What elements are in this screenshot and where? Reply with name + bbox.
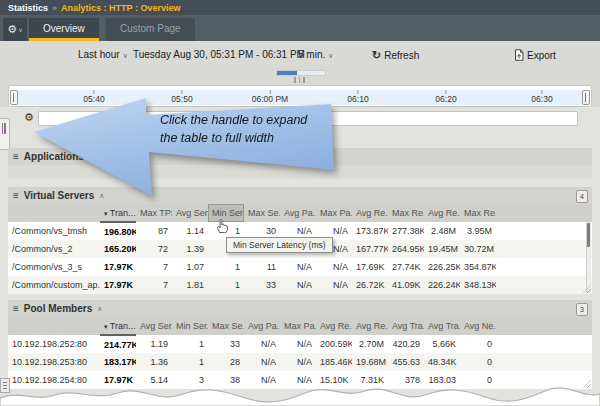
column-header[interactable]: Avg Ser... (136, 317, 172, 335)
tick-label: 06:10 (347, 94, 368, 104)
breadcrumb-path[interactable]: Analytics : HTTP : Overview (61, 3, 180, 13)
section-header-virtual-servers[interactable]: ≡ Virtual Servers ∧ 4 (8, 187, 592, 204)
cell: N/A (244, 353, 280, 371)
cell: N/A (316, 258, 352, 276)
column-header[interactable]: Avg Re... (316, 317, 352, 335)
cell: 167.77K (352, 240, 388, 258)
tick-label: 05:50 (171, 94, 192, 104)
pool-members-table-wrap: ▾ Tran...Avg Ser...Min Ser...Max Se...Av… (8, 317, 592, 389)
column-header[interactable]: Avg Tra... (424, 317, 460, 335)
table-row[interactable]: 10.192.198.253:80183.17K1.36128N/AN/A185… (8, 353, 592, 371)
time-range-dropdown[interactable]: Last hour∨ (78, 49, 128, 60)
section-menu-icon[interactable]: ≡ (13, 303, 19, 314)
zoom-range-bar[interactable] (276, 70, 326, 76)
cell: N/A (280, 258, 316, 276)
column-header[interactable]: Avg Re... (352, 317, 388, 335)
column-header[interactable]: Max Re... (388, 204, 424, 222)
section-menu-icon[interactable]: ≡ (13, 190, 19, 201)
column-header[interactable]: Avg Re... (424, 204, 460, 222)
tick-label: 06:00 PM (252, 94, 288, 104)
section-header-applications[interactable]: ≡ Applications (8, 148, 592, 165)
column-header[interactable]: ▾ Tran... (100, 204, 136, 222)
cell: 7 (136, 258, 172, 276)
tab-custom-page[interactable]: Custom Page (106, 18, 195, 41)
row-name[interactable]: 10.192.198.253:80 (8, 353, 100, 371)
interval-dropdown[interactable]: 5 min.∨ (298, 49, 333, 60)
slider-grip-handle[interactable] (294, 77, 306, 83)
column-header[interactable]: Max Re... (460, 204, 496, 222)
row-count-badge: 3 (576, 303, 588, 316)
column-header[interactable]: ▾ Tran... (100, 317, 136, 335)
collapse-caret-icon: ∧ (99, 192, 104, 200)
row-name[interactable]: 10.192.198.254:80 (8, 371, 100, 389)
table-row[interactable]: 10.192.198.252:80214.77K1.19133N/AN/A200… (8, 335, 592, 353)
refresh-button[interactable]: ↻Refresh (372, 49, 419, 62)
sort-desc-icon: ▾ (104, 323, 108, 330)
cell: N/A (280, 353, 316, 371)
time-slider[interactable]: 05:4005:5006:00 PM06:1006:2006:30 (8, 85, 592, 107)
cell-filler (496, 335, 592, 353)
column-header[interactable]: Avg Pa... (244, 317, 280, 335)
cell: 226.25K (424, 258, 460, 276)
cell: 1 (172, 335, 208, 353)
tab-overview[interactable]: Overview (29, 18, 99, 41)
cell: 0 (460, 371, 496, 389)
row-name[interactable]: 10.192.198.252:80 (8, 335, 100, 353)
export-button[interactable]: Export (514, 49, 556, 61)
cell: 1.07 (172, 258, 208, 276)
scrollbar-thumb[interactable] (587, 223, 590, 247)
slider-tick: 05:50 (171, 90, 192, 104)
row-name[interactable]: /Common/vs_tmsh (8, 222, 100, 240)
column-header[interactable]: Max Se... (208, 317, 244, 335)
column-header[interactable]: Max Pa... (280, 317, 316, 335)
panel-settings-gear-icon[interactable]: ⚙ (24, 112, 34, 123)
column-header[interactable]: Avg Pa... (280, 204, 316, 222)
column-header[interactable]: Avg Tra... (388, 317, 424, 335)
column-header[interactable]: Avg Re... (352, 204, 388, 222)
gear-icon: ⚙ (7, 24, 17, 35)
panel-filter-bar[interactable] (38, 111, 578, 126)
row-name[interactable]: /Common/vs_2 (8, 240, 100, 258)
zoom-range-fill (277, 71, 297, 75)
row-name[interactable]: /Common/custom_ap... (8, 276, 100, 294)
column-header[interactable]: Max Pa... (316, 204, 352, 222)
tick-label: 06:30 (531, 94, 552, 104)
column-header[interactable]: Avg Ne... (460, 317, 496, 335)
cell: N/A (280, 371, 316, 389)
section-menu-icon[interactable]: ≡ (13, 151, 19, 162)
page-settings-menu-button[interactable]: ⚙ ∨ (3, 18, 27, 41)
cell: 1 (208, 258, 244, 276)
column-header[interactable]: Min Ser... (172, 317, 208, 335)
row-name[interactable]: /Common/vs_3_s (8, 258, 100, 276)
breadcrumb-statistics[interactable]: Statistics (8, 3, 48, 13)
table-row[interactable]: /Common/vs_3_s17.97K71.07111N/AN/A17.69K… (8, 258, 592, 276)
cell-filler (496, 258, 592, 276)
cell: 1.19 (136, 335, 172, 353)
section-title: Pool Members (24, 303, 92, 314)
cell: N/A (244, 371, 280, 389)
cell: 1 (208, 276, 244, 294)
column-header[interactable]: Avg Ser... (172, 204, 208, 222)
table-row[interactable]: 10.192.198.254:8017.97K5.14338N/AN/A15.1… (8, 371, 592, 389)
column-header-filler (496, 204, 592, 222)
column-tooltip: Min Server Latency (ms) (226, 237, 333, 253)
cell: 1.39 (172, 240, 208, 258)
collapse-caret-icon: ∧ (97, 305, 102, 313)
column-header[interactable]: Max Se... (244, 204, 280, 222)
section-header-pool-members[interactable]: ≡ Pool Members ∧ 3 (8, 300, 592, 317)
table-vertical-scrollbar[interactable] (586, 222, 591, 293)
export-icon (514, 49, 524, 61)
cell: 72 (136, 240, 172, 258)
table-expand-handle[interactable] (0, 118, 10, 150)
slider-handle-left[interactable] (10, 90, 18, 105)
section-applications-body (8, 165, 592, 179)
cell: 1 (172, 353, 208, 371)
bottom-expand-handle[interactable] (0, 378, 10, 393)
slider-handle-right[interactable] (582, 90, 590, 105)
cell-filler (496, 371, 592, 389)
cell: 378 (388, 371, 424, 389)
column-header[interactable]: Max TPS (136, 204, 172, 222)
cell: 264.95K (388, 240, 424, 258)
table-row[interactable]: /Common/custom_ap...17.97K71.81133N/AN/A… (8, 276, 592, 294)
cell: N/A (280, 276, 316, 294)
